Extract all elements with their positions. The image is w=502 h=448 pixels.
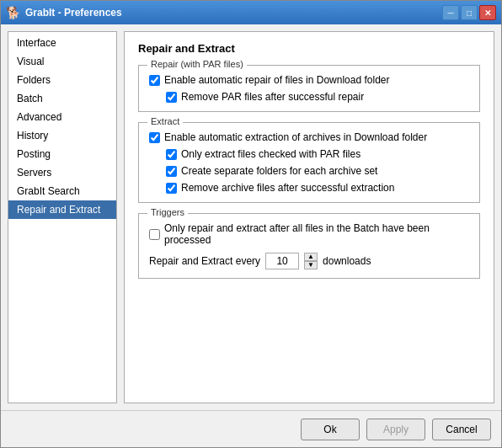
sidebar-item-interface[interactable]: Interface (8, 34, 116, 52)
ok-button[interactable]: Ok (301, 419, 360, 440)
triggers-every-label: Repair and Extract every (149, 255, 260, 267)
repair-option2-label: Remove PAR files after successful repair (181, 91, 364, 103)
repair-option1-label: Enable automatic repair of files in Down… (164, 74, 389, 86)
sidebar-item-grabit-search[interactable]: GrabIt Search (8, 182, 116, 200)
triggers-option1-checkbox[interactable] (149, 229, 160, 240)
triggers-option1-label: Only repair and extract after all files … (164, 222, 469, 246)
triggers-every-input[interactable] (265, 253, 299, 269)
title-bar-left: 🐕 GrabIt - Preferences (6, 6, 122, 19)
triggers-section: Triggers Only repair and extract after a… (138, 213, 480, 279)
repair-option2-row: Remove PAR files after successful repair (166, 91, 469, 103)
extract-option2-row: Only extract files checked with PAR file… (166, 148, 469, 160)
extract-option3-checkbox[interactable] (166, 166, 177, 177)
spinner-buttons: ▲ ▼ (304, 253, 318, 269)
sidebar-item-visual[interactable]: Visual (8, 52, 116, 71)
extract-option1-label: Enable automatic extraction of archives … (164, 131, 427, 143)
sidebar-item-repair-extract[interactable]: Repair and Extract (8, 200, 116, 219)
extract-section-label: Extract (147, 116, 183, 126)
cancel-button[interactable]: Cancel (432, 419, 491, 440)
apply-button[interactable]: Apply (366, 419, 425, 440)
extract-option4-row: Remove archive files after successful ex… (166, 182, 469, 194)
extract-option2-checkbox[interactable] (166, 149, 177, 160)
sidebar-item-servers[interactable]: Servers (8, 163, 116, 182)
preferences-window: 🐕 GrabIt - Preferences ─ □ ✕ Interface V… (0, 0, 502, 448)
extract-option4-label: Remove archive files after successful ex… (181, 182, 394, 194)
triggers-every-row: Repair and Extract every ▲ ▼ downloads (149, 253, 469, 269)
extract-option2-label: Only extract files checked with PAR file… (181, 148, 360, 160)
sidebar: Interface Visual Folders Batch Advanced … (8, 31, 117, 403)
repair-option1-checkbox[interactable] (149, 75, 160, 86)
extract-option3-label: Create separate folders for each archive… (181, 165, 377, 177)
spinner-up-button[interactable]: ▲ (304, 253, 318, 261)
repair-section-label: Repair (with PAR files) (147, 59, 247, 69)
extract-option3-row: Create separate folders for each archive… (166, 165, 469, 177)
panel-title: Repair and Extract (138, 42, 480, 55)
extract-option4-checkbox[interactable] (166, 183, 177, 194)
repair-option2-checkbox[interactable] (166, 92, 177, 103)
repair-section: Repair (with PAR files) Enable automatic… (138, 65, 480, 112)
content-area: Interface Visual Folders Batch Advanced … (1, 24, 501, 410)
triggers-section-label: Triggers (147, 207, 188, 217)
extract-section: Extract Enable automatic extraction of a… (138, 122, 480, 203)
close-button[interactable]: ✕ (479, 5, 496, 20)
window-title: GrabIt - Preferences (25, 7, 122, 19)
extract-option1-row: Enable automatic extraction of archives … (149, 131, 469, 143)
title-bar: 🐕 GrabIt - Preferences ─ □ ✕ (1, 1, 501, 24)
maximize-button[interactable]: □ (461, 5, 478, 20)
app-icon: 🐕 (6, 6, 20, 19)
sidebar-item-folders[interactable]: Folders (8, 71, 116, 89)
sidebar-item-advanced[interactable]: Advanced (8, 108, 116, 126)
triggers-option1-row: Only repair and extract after all files … (149, 222, 469, 246)
triggers-downloads-label: downloads (323, 255, 371, 267)
extract-option1-checkbox[interactable] (149, 132, 160, 143)
title-controls: ─ □ ✕ (442, 5, 496, 20)
spinner-down-button[interactable]: ▼ (304, 261, 318, 269)
sidebar-item-posting[interactable]: Posting (8, 145, 116, 163)
bottom-bar: Ok Apply Cancel (1, 410, 501, 447)
sidebar-item-batch[interactable]: Batch (8, 89, 116, 108)
main-panel: Repair and Extract Repair (with PAR file… (124, 31, 494, 403)
repair-option1-row: Enable automatic repair of files in Down… (149, 74, 469, 86)
sidebar-item-history[interactable]: History (8, 126, 116, 145)
minimize-button[interactable]: ─ (442, 5, 459, 20)
